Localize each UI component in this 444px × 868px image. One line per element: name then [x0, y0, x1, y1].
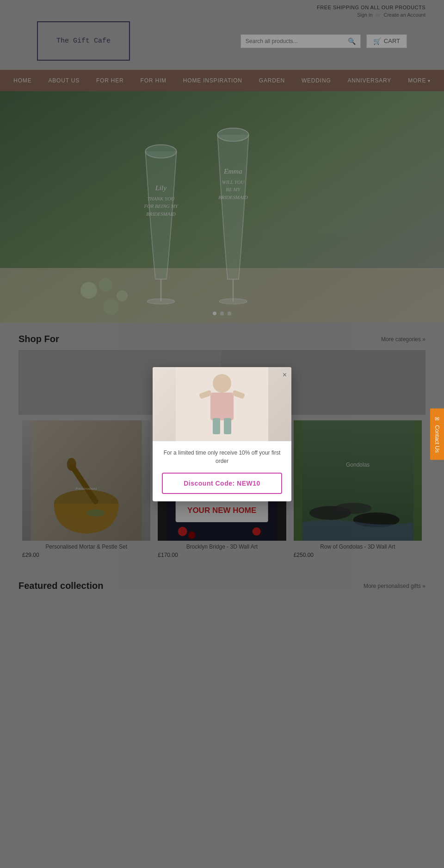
contact-label: Contact Us	[434, 425, 440, 452]
popup-body: For a limited time only receive 10% off …	[153, 441, 291, 501]
popup-discount-code: Discount Code: NEW10	[184, 480, 260, 487]
popup-close-button[interactable]: ×	[283, 371, 287, 379]
popup-discount-box: Discount Code: NEW10	[162, 473, 282, 494]
contact-icon: ✉	[434, 416, 440, 422]
popup-overlay[interactable]: × For a limited time only rece	[0, 0, 444, 597]
popup-text: For a limited time only receive 10% off …	[162, 449, 282, 465]
discount-popup: × For a limited time only rece	[153, 367, 291, 501]
popup-image	[153, 367, 291, 441]
contact-us-button[interactable]: ✉ Contact Us	[430, 408, 444, 460]
svg-rect-54	[176, 367, 268, 441]
